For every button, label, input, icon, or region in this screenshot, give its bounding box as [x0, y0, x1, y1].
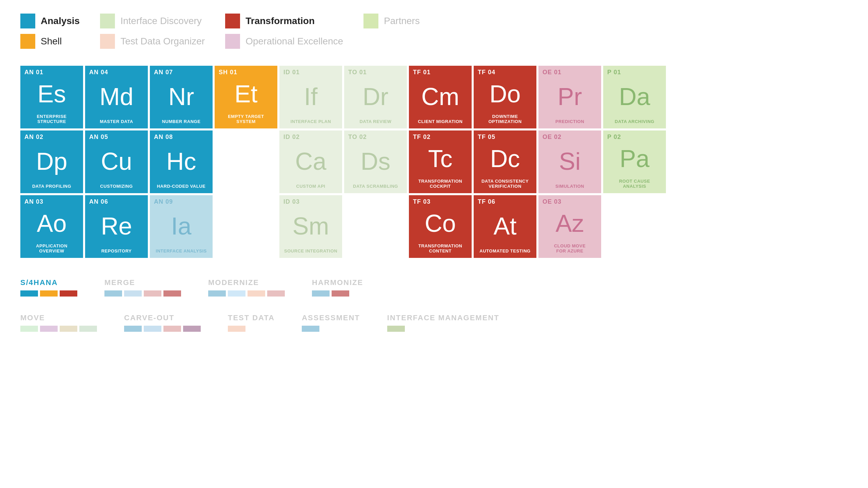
cell-id02[interactable]: ID 02 Ca CUSTOM API: [279, 130, 342, 193]
legend-item-shell: Shell: [20, 34, 80, 49]
scenario-carveout[interactable]: CARVE-OUT: [124, 313, 201, 332]
cell-sh01[interactable]: SH 01 Et EMPTY TARGETSYSTEM: [215, 66, 277, 128]
move-swatches: [20, 326, 97, 332]
pa-spacer-3: [603, 195, 666, 258]
cell-an01[interactable]: AN 01 Es ENTERPRISESTRUCTURE: [20, 66, 83, 128]
legend-col-1: Analysis Shell: [20, 14, 80, 49]
an-col-3: AN 07 Nr NUMBER RANGE AN 08 Hc HARD-CODE…: [150, 66, 213, 258]
analysis-swatch: [20, 14, 35, 28]
tdo-label: Test Data Organizer: [120, 36, 205, 47]
cell-an06[interactable]: AN 06 Re REPOSITORY: [85, 195, 148, 258]
cell-tf05[interactable]: TF 05 Dc DATA CONSISTENCYVERIFICATION: [474, 130, 536, 193]
s4hana-swatches: [20, 290, 77, 297]
cell-an02[interactable]: AN 02 Dp DATA PROFILING: [20, 130, 83, 193]
scenario-modernize[interactable]: MODERNIZE: [208, 278, 285, 297]
carveout-label: CARVE-OUT: [124, 313, 201, 322]
legend-item-transformation: Transformation: [225, 14, 343, 28]
cell-id03[interactable]: ID 03 Sm SOURCE INTEGRATION: [279, 195, 342, 258]
oe-col: OE 01 Pr PREDICTION OE 02 Si SIMULATION …: [538, 66, 601, 258]
s4hana-swatch-3: [60, 290, 77, 297]
cell-oe02[interactable]: OE 02 Si SIMULATION: [538, 130, 601, 193]
shell-swatch: [20, 34, 35, 49]
harmonize-swatches: [312, 290, 363, 297]
shell-label: Shell: [41, 36, 62, 47]
scenario-harmonize[interactable]: HARMONIZE: [312, 278, 363, 297]
cell-p01[interactable]: P 01 Da DATA ARCHIVING: [603, 66, 666, 128]
partners-label: Partners: [384, 16, 420, 26]
legend-col-2: Interface Discovery Test Data Organizer: [100, 14, 205, 49]
move-swatch-3: [60, 326, 77, 332]
assessment-swatch-1: [302, 326, 319, 332]
scenario-assessment[interactable]: ASSESSMENT: [302, 313, 360, 332]
cell-an05[interactable]: AN 05 Cu CUSTOMIZING: [85, 130, 148, 193]
cell-an09[interactable]: AN 09 Ia INTERFACE ANALYSIS: [150, 195, 213, 258]
scenario-testdata[interactable]: TEST DATA: [228, 313, 275, 332]
move-swatch-2: [40, 326, 58, 332]
carveout-swatches: [124, 326, 201, 332]
cell-p02[interactable]: P 02 Pa ROOT CAUSE ANALYSIS: [603, 130, 666, 193]
id-swatch: [100, 14, 115, 28]
oe-swatch: [225, 34, 240, 49]
id-label: Interface Discovery: [120, 16, 202, 26]
cell-an08[interactable]: AN 08 Hc HARD-CODED VALUE: [150, 130, 213, 193]
sh-spacer-3: [215, 195, 277, 258]
tf-col-1: TF 01 Cm CLIENT MIGRATION TF 02 Tc TRANS…: [409, 66, 472, 258]
merge-swatch-3: [144, 290, 161, 297]
sh-spacer-2: [215, 130, 277, 193]
scenarios-section: S/4HANA MERGE MODERNIZE: [20, 278, 848, 332]
scenario-merge[interactable]: MERGE: [104, 278, 181, 297]
scenario-move[interactable]: MOVE: [20, 313, 97, 332]
transformation-swatch: [225, 14, 240, 28]
merge-swatch-4: [163, 290, 181, 297]
cell-id01[interactable]: ID 01 If INTERFACE PLAN: [279, 66, 342, 128]
scenario-row-1: S/4HANA MERGE MODERNIZE: [20, 278, 848, 297]
carveout-swatch-3: [163, 326, 181, 332]
cell-an04[interactable]: AN 04 Md MASTER DATA: [85, 66, 148, 128]
tdo-swatch: [100, 34, 115, 49]
harmonize-label: HARMONIZE: [312, 278, 363, 287]
carveout-swatch-1: [124, 326, 142, 332]
cell-tf04[interactable]: TF 04 Do DOWNTIMEOPTIMIZATION: [474, 66, 536, 128]
merge-swatches: [104, 290, 181, 297]
cell-an03[interactable]: AN 03 Ao APPLICATIONOVERVIEW: [20, 195, 83, 258]
carveout-swatch-2: [144, 326, 161, 332]
legend-item-id: Interface Discovery: [100, 14, 205, 28]
cell-to02[interactable]: TO 02 Ds DATA SCRAMBLING: [344, 130, 407, 193]
cell-tf06[interactable]: TF 06 At AUTOMATED TESTING: [474, 195, 536, 258]
an-col-2: AN 04 Md MASTER DATA AN 05 Cu CUSTOMIZIN…: [85, 66, 148, 258]
move-swatch-1: [20, 326, 38, 332]
legend-col-3: Transformation Operational Excellence: [225, 14, 343, 49]
interface-mgmt-swatch-1: [387, 326, 405, 332]
id-col: ID 01 If INTERFACE PLAN ID 02 Ca CUSTOM …: [279, 66, 342, 258]
cell-tf02[interactable]: TF 02 Tc TRANSFORMATIONCOCKPIT: [409, 130, 472, 193]
harmonize-swatch-2: [332, 290, 349, 297]
scenario-interface-mgmt[interactable]: INTERFACE MANAGEMENT: [387, 313, 499, 332]
legend-col-4: Partners: [363, 14, 420, 49]
assessment-swatches: [302, 326, 360, 332]
cell-oe03[interactable]: OE 03 Az CLOUD MOVEFOR AZURE: [538, 195, 601, 258]
merge-swatch-2: [124, 290, 142, 297]
testdata-swatches: [228, 326, 275, 332]
harmonize-swatch-1: [312, 290, 330, 297]
modernize-swatch-4: [267, 290, 285, 297]
cell-tf01[interactable]: TF 01 Cm CLIENT MIGRATION: [409, 66, 472, 128]
partners-col: P 01 Da DATA ARCHIVING P 02 Pa ROOT CAUS…: [603, 66, 666, 258]
scenario-s4hana[interactable]: S/4HANA: [20, 278, 77, 297]
cell-tf03[interactable]: TF 03 Co TRANSFORMATIONCONTENT: [409, 195, 472, 258]
legend-item-analysis: Analysis: [20, 14, 80, 28]
cell-to01[interactable]: TO 01 Dr DATA REVIEW: [344, 66, 407, 128]
interface-mgmt-swatches: [387, 326, 499, 332]
cell-oe01[interactable]: OE 01 Pr PREDICTION: [538, 66, 601, 128]
move-swatch-4: [79, 326, 97, 332]
legend-item-partners: Partners: [363, 14, 420, 28]
testdata-label: TEST DATA: [228, 313, 275, 322]
to-col: TO 01 Dr DATA REVIEW TO 02 Ds DATA SCRAM…: [344, 66, 407, 258]
merge-label: MERGE: [104, 278, 181, 287]
cell-an07[interactable]: AN 07 Nr NUMBER RANGE: [150, 66, 213, 128]
interface-mgmt-label: INTERFACE MANAGEMENT: [387, 313, 499, 322]
carveout-swatch-4: [183, 326, 201, 332]
s4hana-label: S/4HANA: [20, 278, 77, 287]
legend-item-tdo: Test Data Organizer: [100, 34, 205, 49]
tf-col-2: TF 04 Do DOWNTIMEOPTIMIZATION TF 05 Dc D…: [474, 66, 536, 258]
legend: Analysis Shell Interface Discovery Test …: [20, 14, 848, 49]
